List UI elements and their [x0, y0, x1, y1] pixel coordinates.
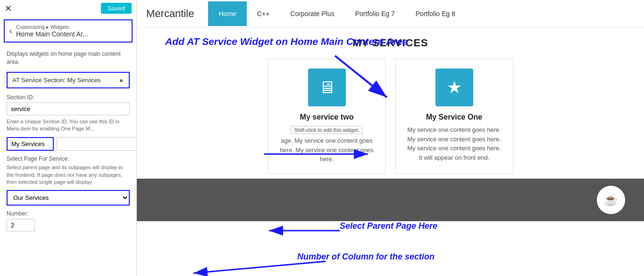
- section-id-field: Section ID: Enter a Unique Section ID. Y…: [7, 94, 130, 133]
- nav-item-corporate-plus[interactable]: Corporate Plus: [280, 1, 344, 26]
- section-id-input[interactable]: [7, 103, 130, 115]
- site-title: Mercantile: [146, 8, 194, 20]
- sidebar-description: Displays widgets on home page main conte…: [7, 50, 130, 66]
- select-page-label: Select Page For Service:: [7, 155, 130, 162]
- number-field: Number:: [7, 210, 130, 232]
- top-nav: Mercantile Home C++ Corporate Plus Portf…: [137, 0, 644, 27]
- monitor-icon: 🖥: [318, 78, 335, 97]
- service-icon-box-2: ★: [435, 69, 473, 106]
- title-input-secondary[interactable]: [57, 137, 136, 151]
- number-input[interactable]: [7, 219, 35, 232]
- service-card-2-text: My service one content goes here. My ser…: [405, 125, 503, 162]
- sidebar-header-text: Customizing ▸ Widgets Home Main Content …: [16, 24, 88, 38]
- content-body: MY SERVICES 🖥 My service two Shift-click…: [137, 27, 644, 276]
- services-section: MY SERVICES 🖥 My service two Shift-click…: [137, 27, 644, 174]
- widget-section-box[interactable]: AT Service Section: My Services ▲: [7, 72, 130, 88]
- close-icon[interactable]: ✕: [5, 3, 12, 14]
- section-id-label: Section ID:: [7, 94, 130, 101]
- services-cards: 🖥 My service two Shift-click to edit thi…: [151, 59, 630, 174]
- service-card-1-title: My service two: [278, 113, 376, 121]
- nav-item-portfolio-eg8[interactable]: Portfolio Eg 8: [405, 1, 466, 26]
- widget-box-label: AT Service Section: My Services: [12, 77, 100, 84]
- service-icon-box-1: 🖥: [308, 69, 346, 106]
- title-input-highlighted[interactable]: [7, 137, 54, 151]
- coffee-icon: ☕: [597, 186, 625, 214]
- sidebar-panel-title: Home Main Content Ar...: [16, 30, 88, 38]
- title-row: [7, 137, 130, 151]
- section-id-hint: Enter a Unique Section ID. You can use t…: [7, 118, 130, 133]
- sidebar: ✕ Saved ‹ Customizing ▸ Widgets Home Mai…: [0, 0, 137, 276]
- select-page-section: Select Page For Service: Select parent p…: [7, 155, 130, 205]
- bottom-section: ☕: [137, 179, 644, 221]
- service-card-1: 🖥 My service two Shift-click to edit thi…: [268, 59, 386, 174]
- service-card-2-title: My Service One: [405, 113, 503, 121]
- breadcrumb: Customizing ▸ Widgets: [16, 24, 88, 30]
- widget-expand-icon: ▲: [118, 77, 124, 83]
- number-label: Number:: [7, 210, 130, 217]
- service-card-1-text: age. My service one content goes here. M…: [278, 136, 376, 164]
- ann-select-parent: Select Parent Page Here: [340, 221, 437, 231]
- star-icon: ★: [447, 78, 462, 97]
- select-page-desc: Select parent page and its subpages will…: [7, 164, 130, 186]
- nav-items: Home C++ Corporate Plus Portfolio Eg 7 P…: [208, 1, 465, 26]
- select-page-dropdown[interactable]: Our Services: [8, 191, 129, 205]
- ann-number-col: Number of Column for the section: [297, 252, 435, 262]
- main-content: Mercantile Home C++ Corporate Plus Portf…: [137, 0, 644, 276]
- services-heading: MY SERVICES: [151, 37, 630, 49]
- sidebar-header[interactable]: ‹ Customizing ▸ Widgets Home Main Conten…: [4, 19, 133, 43]
- nav-item-cpp[interactable]: C++: [247, 1, 280, 26]
- nav-item-home[interactable]: Home: [208, 1, 246, 26]
- shift-click-tooltip: Shift-click to edit this widget.: [291, 126, 362, 134]
- back-arrow-icon[interactable]: ‹: [9, 26, 12, 36]
- select-page-dropdown-wrap: Our Services: [7, 190, 130, 206]
- nav-item-portfolio-eg7[interactable]: Portfolio Eg 7: [345, 1, 405, 26]
- saved-button[interactable]: Saved: [101, 3, 132, 14]
- sidebar-top-bar: ✕ Saved: [0, 0, 136, 17]
- svg-line-4: [193, 261, 326, 273]
- service-card-2: ★ My Service One My service one content …: [395, 59, 513, 174]
- sidebar-scroll-area: Displays widgets on home page main conte…: [0, 45, 136, 276]
